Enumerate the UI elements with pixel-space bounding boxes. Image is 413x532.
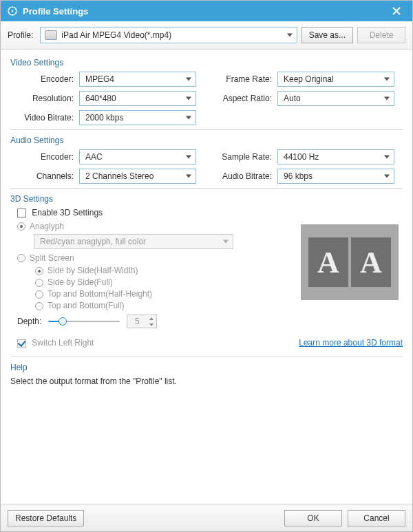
frame-rate-label: Frame Rate: xyxy=(209,74,277,84)
divider xyxy=(10,129,403,130)
enable-3d-label: Enable 3D Settings xyxy=(32,208,103,217)
chevron-down-icon xyxy=(223,240,229,244)
audio-encoder-label: Encoder: xyxy=(10,152,79,162)
profile-select[interactable]: iPad Air MPEG4 Video(*.mp4) xyxy=(40,27,297,43)
video-bitrate-select[interactable]: 2000 kbps xyxy=(79,110,196,125)
sbs-half-label: Side by Side(Half-Width) xyxy=(47,266,138,275)
tb-full-radio xyxy=(35,302,43,310)
profile-settings-window: Profile Settings Profile: iPad Air MPEG4… xyxy=(0,0,413,532)
chevron-down-icon xyxy=(186,175,191,178)
chevron-down-icon xyxy=(186,97,191,100)
aspect-ratio-label: Aspect Ratio: xyxy=(209,94,277,103)
titlebar: Profile Settings xyxy=(1,1,412,21)
resolution-select[interactable]: 640*480 xyxy=(79,91,196,106)
divider xyxy=(10,357,403,357)
chevron-down-icon xyxy=(384,156,390,159)
depth-slider xyxy=(48,316,120,327)
channels-select[interactable]: 2 Channels Stereo xyxy=(79,169,196,184)
help-group: Help Select the output format from the "… xyxy=(10,363,403,386)
sbs-full-label: Side by Side(Full) xyxy=(47,277,113,287)
app-icon xyxy=(6,5,19,17)
chevron-down-icon xyxy=(384,97,390,100)
depth-stepper: 5 xyxy=(127,315,157,328)
profile-row: Profile: iPad Air MPEG4 Video(*.mp4) Sav… xyxy=(1,21,412,50)
svg-point-7 xyxy=(8,9,10,10)
chevron-down-icon xyxy=(384,78,390,81)
sample-rate-select[interactable]: 44100 Hz xyxy=(277,149,394,164)
help-text: Select the output format from the "Profi… xyxy=(10,376,403,386)
delete-button: Delete xyxy=(357,27,405,43)
preview-left: A xyxy=(308,237,348,287)
depth-value: 5 xyxy=(127,317,147,326)
audio-settings-title: Audio Settings xyxy=(10,136,403,145)
3d-settings-title: 3D Settings xyxy=(10,194,403,204)
help-title: Help xyxy=(10,363,403,372)
video-settings-title: Video Settings xyxy=(10,58,403,67)
chevron-down-icon xyxy=(287,34,293,37)
sample-rate-label: Sample Rate: xyxy=(209,152,277,162)
sbs-full-radio xyxy=(35,279,43,287)
switch-lr-checkbox xyxy=(17,339,26,348)
sbs-half-radio xyxy=(35,267,43,275)
channels-label: Channels: xyxy=(10,171,79,181)
depth-label: Depth: xyxy=(17,317,41,326)
audio-bitrate-label: Audio Bitrate: xyxy=(209,171,277,181)
chevron-down-icon xyxy=(384,175,390,178)
split-screen-label: Split Screen xyxy=(30,253,74,263)
tb-full-label: Top and Bottom(Full) xyxy=(47,301,124,310)
ok-button[interactable]: OK xyxy=(284,510,342,526)
chevron-up-icon xyxy=(147,315,156,321)
chevron-down-icon xyxy=(147,321,156,328)
profile-value: iPad Air MPEG4 Video(*.mp4) xyxy=(61,30,171,40)
anaglyph-label: Anaglyph xyxy=(30,222,64,231)
video-encoder-label: Encoder: xyxy=(10,74,79,84)
chevron-down-icon xyxy=(186,156,191,159)
enable-3d-checkbox[interactable] xyxy=(17,209,26,217)
svg-point-1 xyxy=(12,10,13,12)
device-icon xyxy=(45,30,57,40)
resolution-label: Resolution: xyxy=(10,94,79,103)
chevron-down-icon xyxy=(186,116,191,120)
preview-right: A xyxy=(351,237,391,287)
video-settings-group: Video Settings Encoder: MPEG4 Frame Rate… xyxy=(10,58,403,125)
video-encoder-select[interactable]: MPEG4 xyxy=(79,72,196,87)
divider xyxy=(10,188,403,189)
audio-settings-group: Audio Settings Encoder: AAC Sample Rate:… xyxy=(10,136,403,184)
close-icon[interactable] xyxy=(386,1,407,21)
3d-settings-group: 3D Settings Enable 3D Settings A A Anagl… xyxy=(10,194,403,348)
window-title: Profile Settings xyxy=(23,6,386,17)
audio-encoder-select[interactable]: AAC xyxy=(79,149,196,164)
footer: Restore Defaults OK Cancel xyxy=(1,504,412,531)
save-as-button[interactable]: Save as... xyxy=(301,27,353,43)
tb-half-label: Top and Bottom(Half-Height) xyxy=(47,289,152,299)
switch-lr-label: Switch Left Right xyxy=(32,338,94,348)
restore-defaults-button[interactable]: Restore Defaults xyxy=(8,510,84,526)
anaglyph-radio xyxy=(17,222,25,231)
tb-half-radio xyxy=(35,290,43,299)
svg-point-6 xyxy=(8,12,10,14)
audio-bitrate-select[interactable]: 96 kbps xyxy=(277,169,394,184)
profile-label: Profile: xyxy=(8,30,33,40)
anaglyph-type-select: Red/cyan anaglyph, full color xyxy=(34,234,233,249)
split-screen-radio xyxy=(17,254,25,262)
content: Video Settings Encoder: MPEG4 Frame Rate… xyxy=(1,50,412,504)
frame-rate-select[interactable]: Keep Original xyxy=(277,72,394,87)
3d-preview: A A xyxy=(301,224,399,300)
svg-point-5 xyxy=(12,14,13,16)
learn-more-link[interactable]: Learn more about 3D format xyxy=(299,338,403,348)
svg-point-4 xyxy=(15,12,17,14)
svg-point-3 xyxy=(15,9,17,10)
cancel-button[interactable]: Cancel xyxy=(348,510,405,526)
chevron-down-icon xyxy=(186,78,191,81)
aspect-ratio-select[interactable]: Auto xyxy=(277,91,394,106)
video-bitrate-label: Video Bitrate: xyxy=(10,113,79,123)
svg-point-2 xyxy=(12,7,13,8)
